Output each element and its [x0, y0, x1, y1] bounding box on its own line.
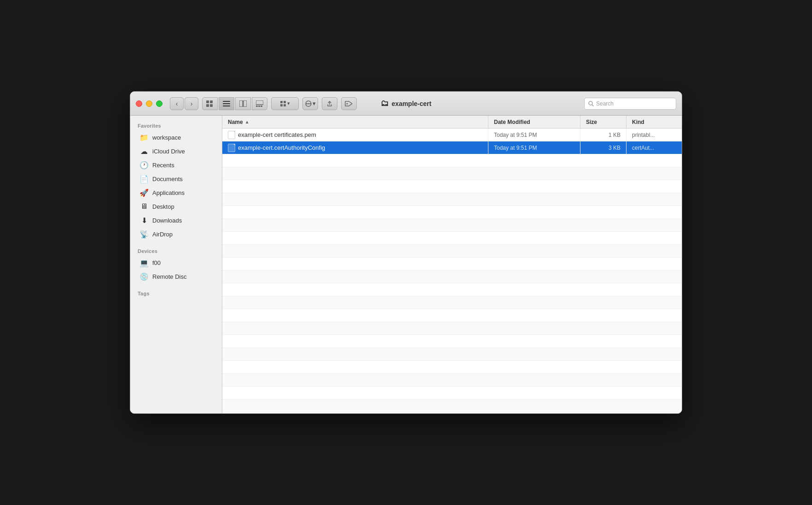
svg-point-22 [589, 101, 592, 105]
empty-row [222, 270, 682, 283]
empty-row [222, 374, 682, 387]
workspace-icon: 📁 [139, 133, 149, 142]
table-row[interactable]: example-cert.certAuthorityConfig Today a… [222, 141, 682, 154]
sidebar-item-airdrop[interactable]: 📡 AirDrop [132, 227, 220, 241]
svg-point-18 [307, 103, 309, 104]
file-name: example-cert.certAuthorityConfig [238, 144, 325, 151]
svg-rect-14 [284, 101, 286, 103]
sidebar: Favorites 📁 workspace ☁ iCloud Drive 🕐 R… [130, 116, 222, 413]
empty-row [222, 309, 682, 322]
svg-rect-5 [223, 103, 230, 104]
svg-rect-9 [256, 100, 263, 105]
sidebar-item-label: Recents [152, 162, 174, 169]
column-size-header[interactable]: Size [580, 116, 626, 128]
svg-rect-3 [210, 104, 213, 107]
documents-icon: 📄 [139, 174, 149, 183]
sidebar-item-label: f00 [152, 259, 161, 266]
sidebar-item-remote-disc[interactable]: 💿 Remote Disc [132, 270, 220, 283]
search-placeholder: Search [596, 100, 614, 107]
column-headers: Name ▲ Date Modified Size Kind [222, 116, 682, 129]
file-name-cell: example-cert certificates.pem [222, 129, 488, 141]
svg-rect-13 [280, 101, 283, 103]
forward-button[interactable]: › [185, 97, 198, 110]
share-button[interactable] [322, 97, 337, 110]
empty-row [222, 232, 682, 245]
svg-rect-0 [206, 100, 209, 103]
svg-point-19 [306, 103, 307, 104]
close-button[interactable] [136, 100, 142, 107]
nav-buttons: ‹ › [170, 97, 198, 110]
sidebar-item-foo[interactable]: 💻 f00 [132, 256, 220, 270]
sidebar-item-documents[interactable]: 📄 Documents [132, 172, 220, 186]
svg-rect-6 [223, 106, 230, 106]
table-row[interactable]: example-cert certificates.pem Today at 9… [222, 129, 682, 141]
icon-view-button[interactable] [202, 97, 218, 110]
empty-row [222, 387, 682, 399]
icloud-icon: ☁ [139, 147, 149, 156]
svg-rect-2 [206, 104, 209, 107]
main-content: Name ▲ Date Modified Size Kind example-c… [222, 116, 682, 413]
svg-rect-4 [223, 101, 230, 102]
empty-row [222, 348, 682, 361]
finder-window: ‹ › [130, 91, 682, 414]
empty-row [222, 154, 682, 167]
tags-label: Tags [130, 289, 222, 298]
file-name: example-cert certificates.pem [238, 131, 316, 138]
sidebar-item-icloud[interactable]: ☁ iCloud Drive [132, 144, 220, 158]
sidebar-item-label: Applications [152, 189, 185, 196]
maximize-button[interactable] [156, 100, 162, 107]
column-name-header[interactable]: Name ▲ [222, 116, 488, 128]
desktop-icon: 🖥 [139, 202, 149, 211]
svg-rect-12 [261, 106, 262, 107]
toolbar: ‹ › [170, 97, 357, 110]
sidebar-item-desktop[interactable]: 🖥 Desktop [132, 200, 220, 213]
sidebar-item-label: Remote Disc [152, 273, 186, 280]
back-button[interactable]: ‹ [170, 97, 184, 110]
empty-row [222, 361, 682, 374]
svg-rect-1 [210, 100, 213, 103]
svg-line-23 [592, 105, 594, 106]
traffic-lights [136, 100, 162, 107]
action-button[interactable]: ▾ [302, 97, 318, 110]
empty-row [222, 399, 682, 412]
svg-rect-10 [256, 106, 258, 107]
empty-row [222, 180, 682, 193]
foo-icon: 💻 [139, 258, 149, 267]
empty-row [222, 258, 682, 270]
empty-row [222, 322, 682, 335]
empty-row [222, 245, 682, 258]
column-kind-header[interactable]: Kind [626, 116, 682, 128]
file-list: example-cert certificates.pem Today at 9… [222, 129, 682, 413]
empty-row [222, 206, 682, 219]
empty-row [222, 167, 682, 180]
empty-rows [222, 154, 682, 412]
sidebar-item-label: iCloud Drive [152, 148, 185, 155]
search-bar[interactable]: Search [584, 98, 676, 110]
folder-icon: 🗂 [381, 99, 389, 108]
svg-rect-11 [258, 106, 260, 107]
empty-row [222, 335, 682, 348]
column-date-header[interactable]: Date Modified [488, 116, 580, 128]
file-icon [228, 144, 235, 152]
sidebar-item-downloads[interactable]: ⬇ Downloads [132, 213, 220, 227]
empty-row [222, 193, 682, 206]
minimize-button[interactable] [146, 100, 152, 107]
sidebar-item-label: AirDrop [152, 231, 173, 238]
favorites-label: Favorites [130, 121, 222, 130]
sidebar-item-label: Downloads [152, 217, 182, 224]
list-view-button[interactable] [219, 97, 234, 110]
sidebar-item-workspace[interactable]: 📁 workspace [132, 130, 220, 144]
column-view-button[interactable] [235, 97, 251, 110]
group-button[interactable]: ▾ [271, 97, 299, 110]
empty-row [222, 283, 682, 296]
svg-rect-15 [280, 104, 283, 106]
gallery-view-button[interactable] [252, 97, 267, 110]
file-size-cell: 3 KB [580, 141, 626, 154]
sidebar-item-recents[interactable]: 🕐 Recents [132, 158, 220, 172]
file-date-cell: Today at 9:51 PM [488, 141, 580, 154]
downloads-icon: ⬇ [139, 216, 149, 225]
group-dropdown-icon: ▾ [287, 100, 290, 106]
action-dropdown-icon: ▾ [313, 100, 316, 107]
sidebar-item-applications[interactable]: 🚀 Applications [132, 186, 220, 200]
tag-button[interactable] [341, 97, 357, 110]
